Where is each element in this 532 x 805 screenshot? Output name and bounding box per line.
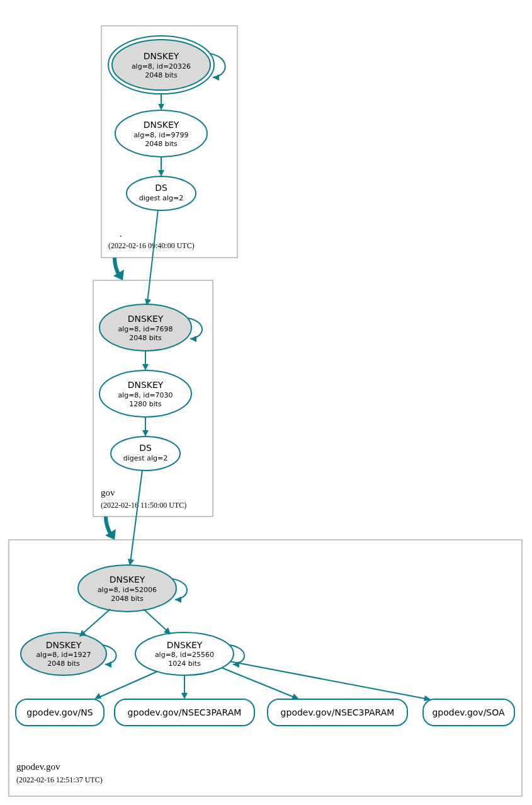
node-gov-zsk: DNSKEY alg=8, id=7030 1280 bits bbox=[99, 370, 191, 417]
zone-gpodev-timestamp: (2022-02-16 12:51:37 UTC) bbox=[16, 775, 103, 784]
node-gpodev-ksk: DNSKEY alg=8, id=52006 2048 bits bbox=[78, 565, 176, 612]
zone-gpodev-name: gpodev.gov bbox=[16, 762, 60, 772]
node-gov-ksk-title: DNSKEY bbox=[128, 314, 164, 324]
node-gov-zsk-title: DNSKEY bbox=[128, 380, 164, 390]
rr-n3p2-label: gpodev.gov/NSEC3PARAM bbox=[281, 707, 395, 717]
node-gov-ksk: DNSKEY alg=8, id=7698 2048 bits bbox=[99, 304, 191, 351]
edge-gpzsk-soa bbox=[230, 661, 428, 699]
node-gov-ds: DS digest alg=2 bbox=[111, 437, 180, 471]
node-root-zsk-bits: 2048 bits bbox=[145, 140, 178, 148]
node-rr-ns: gpodev.gov/NS bbox=[16, 699, 104, 726]
node-root-ds-title: DS bbox=[155, 183, 167, 193]
node-gpodev-k2: DNSKEY alg=8, id=1927 2048 bits bbox=[21, 632, 106, 675]
node-root-zsk: DNSKEY alg=8, id=9799 2048 bits bbox=[115, 110, 207, 157]
dnssec-diagram: . (2022-02-16 09:40:00 UTC) DNSKEY alg=8… bbox=[0, 0, 532, 805]
edge-rootds-govksk bbox=[147, 210, 158, 302]
node-root-ksk: DNSKEY alg=8, id=20326 2048 bits bbox=[108, 36, 214, 94]
zone-gov-name: gov bbox=[101, 488, 115, 498]
node-rr-nsec3param-1: gpodev.gov/NSEC3PARAM bbox=[115, 699, 254, 726]
svg-point-5 bbox=[127, 176, 196, 210]
rr-soa-label: gpodev.gov/SOA bbox=[432, 707, 505, 717]
node-root-ds: DS digest alg=2 bbox=[127, 176, 196, 210]
node-gpodev-ksk-alg: alg=8, id=52006 bbox=[98, 586, 157, 594]
node-gov-ds-alg: digest alg=2 bbox=[123, 454, 167, 462]
edge-gpksk-gpzsk bbox=[144, 609, 168, 632]
node-gpodev-k2-alg: alg=8, id=1927 bbox=[36, 651, 91, 659]
node-root-ksk-alg: alg=8, id=20326 bbox=[132, 62, 191, 71]
node-gpodev-k2-bits: 2048 bits bbox=[47, 659, 80, 668]
zone-root-timestamp: (2022-02-16 09:40:00 UTC) bbox=[108, 241, 195, 250]
node-root-zsk-alg: alg=8, id=9799 bbox=[133, 131, 188, 139]
node-root-ksk-bits: 2048 bits bbox=[145, 71, 178, 79]
svg-marker-2 bbox=[213, 74, 219, 81]
svg-marker-6 bbox=[158, 170, 164, 176]
rr-ns-label: gpodev.gov/NS bbox=[26, 707, 93, 717]
node-gpodev-zsk-title: DNSKEY bbox=[167, 640, 203, 650]
node-root-zsk-title: DNSKEY bbox=[144, 120, 179, 130]
node-gov-ksk-alg: alg=8, id=7698 bbox=[118, 325, 173, 333]
node-gov-ds-title: DS bbox=[139, 443, 152, 453]
svg-marker-30 bbox=[181, 693, 188, 699]
node-root-ksk-title: DNSKEY bbox=[144, 51, 179, 61]
zone-gov-timestamp: (2022-02-16 11:50:00 UTC) bbox=[101, 501, 186, 510]
node-gpodev-zsk-bits: 1024 bits bbox=[168, 659, 201, 668]
node-gov-zsk-bits: 1280 bits bbox=[129, 400, 162, 408]
node-gpodev-zsk: DNSKEY alg=8, id=25560 1024 bits bbox=[135, 632, 234, 675]
edge-gpksk-gpk2 bbox=[82, 609, 110, 634]
edge-gpzsk-ns bbox=[98, 671, 157, 698]
svg-marker-17 bbox=[175, 597, 181, 603]
node-rr-nsec3param-2: gpodev.gov/NSEC3PARAM bbox=[268, 699, 407, 726]
node-rr-soa: gpodev.gov/SOA bbox=[423, 699, 514, 726]
rr-n3p1-label: gpodev.gov/NSEC3PARAM bbox=[128, 707, 242, 717]
node-root-ds-alg: digest alg=2 bbox=[139, 194, 183, 202]
svg-marker-20 bbox=[105, 661, 111, 668]
svg-marker-9 bbox=[190, 336, 196, 342]
svg-marker-12 bbox=[142, 364, 149, 370]
node-gpodev-k2-title: DNSKEY bbox=[46, 640, 82, 650]
zone-root-name: . bbox=[120, 229, 122, 239]
svg-marker-14 bbox=[142, 430, 149, 437]
node-gov-ksk-bits: 2048 bits bbox=[129, 334, 162, 342]
node-gpodev-zsk-alg: alg=8, id=25560 bbox=[155, 651, 214, 659]
node-gov-zsk-alg: alg=8, id=7030 bbox=[118, 391, 173, 399]
node-gpodev-ksk-title: DNSKEY bbox=[110, 574, 145, 585]
svg-marker-4 bbox=[158, 104, 164, 110]
svg-point-13 bbox=[111, 437, 180, 471]
node-gpodev-ksk-bits: 2048 bits bbox=[111, 595, 144, 603]
